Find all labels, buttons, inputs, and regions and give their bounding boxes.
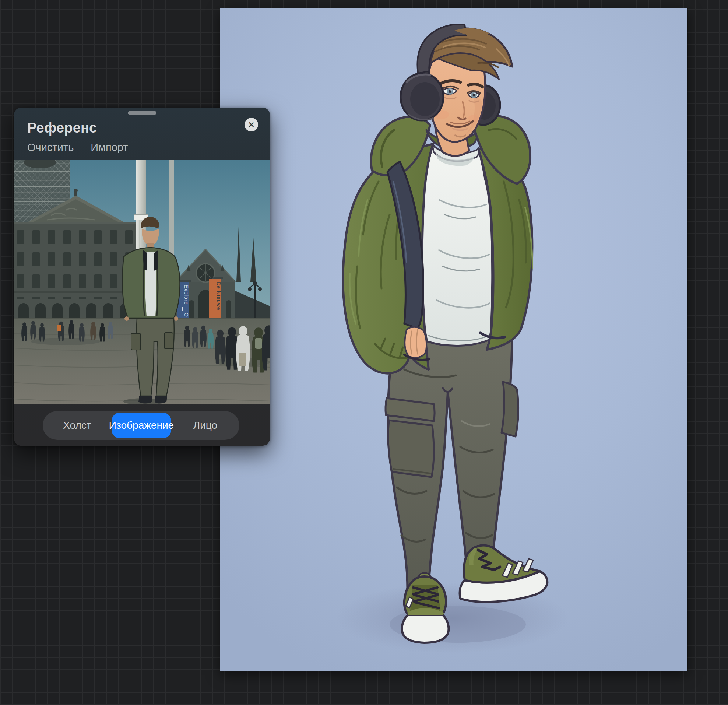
reference-panel[interactable]: Референс ✕ Очистить Импорт bbox=[14, 108, 270, 446]
panel-actions: Очистить Импорт bbox=[27, 142, 128, 154]
panel-drag-handle[interactable] bbox=[128, 111, 156, 114]
import-button[interactable]: Импорт bbox=[91, 142, 128, 154]
tab-face[interactable]: Лицо bbox=[171, 411, 239, 440]
drawing-canvas[interactable] bbox=[220, 9, 688, 671]
right-shoe bbox=[460, 545, 547, 602]
banner-explore-text: Explore bbox=[183, 285, 189, 305]
tab-image[interactable]: Изображение bbox=[111, 413, 171, 438]
tshirt bbox=[420, 146, 493, 345]
close-button[interactable]: ✕ bbox=[244, 118, 258, 131]
reference-photo[interactable]: Explore Ontdek De Nieuwe bbox=[14, 160, 270, 405]
banner-de-nieuwe-text: De Nieuwe bbox=[216, 282, 222, 310]
tab-canvas[interactable]: Холст bbox=[43, 411, 111, 440]
character-artwork bbox=[220, 9, 688, 671]
app-background-grid: { "reference_panel": { "title": "Референ… bbox=[0, 0, 728, 705]
panel-title: Референс bbox=[27, 120, 97, 136]
right-cargo-pocket bbox=[501, 382, 518, 436]
headphones-left-cup bbox=[401, 73, 443, 120]
reference-tabs: Холст Изображение Лицо bbox=[43, 411, 239, 440]
clear-button[interactable]: Очистить bbox=[27, 142, 74, 154]
close-icon: ✕ bbox=[248, 121, 255, 129]
reference-photo-scene: Explore Ontdek De Nieuwe bbox=[14, 160, 270, 405]
